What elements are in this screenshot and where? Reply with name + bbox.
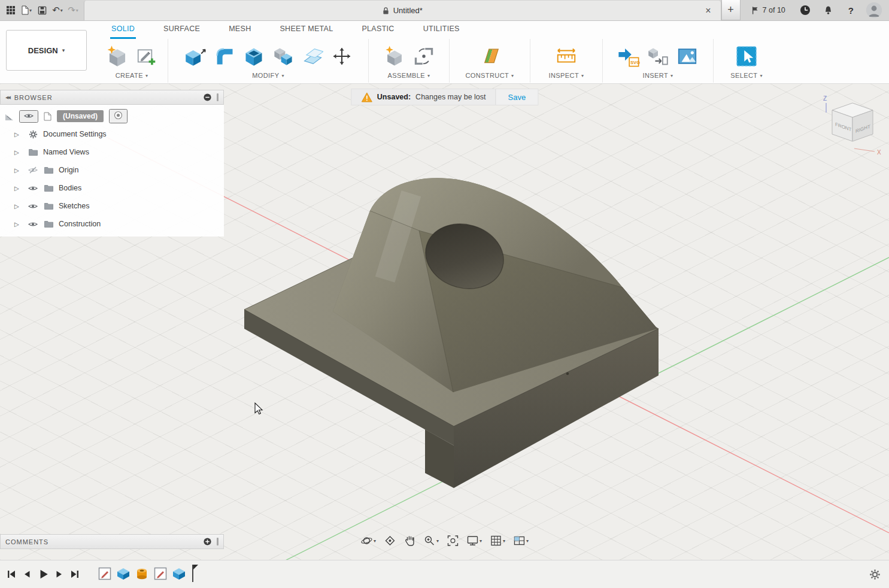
measure-button[interactable] — [553, 43, 579, 70]
grid-settings-button[interactable]: ▾ — [489, 534, 506, 548]
view-cube[interactable]: Z FRONT RIGHT X — [820, 92, 885, 165]
caret-down-icon: ▾ — [62, 47, 65, 53]
modify-menu-button[interactable]: MODIFY▾ — [250, 71, 287, 80]
save-button[interactable] — [35, 2, 49, 18]
construct-menu-button[interactable]: CONSTRUCT▾ — [463, 71, 516, 80]
look-at-button[interactable] — [383, 534, 397, 548]
play-button[interactable] — [36, 567, 50, 581]
extension-manager-button[interactable] — [798, 2, 812, 18]
orbit-button[interactable]: ▾ — [359, 534, 377, 548]
construction-plane-button[interactable] — [477, 43, 503, 70]
pan-button[interactable] — [402, 534, 417, 548]
group-select: SELECT▾ — [713, 39, 779, 83]
offset-face-button[interactable] — [299, 43, 326, 70]
visibility-toggle[interactable] — [28, 221, 38, 228]
disclosure-icon[interactable]: ▷ — [14, 221, 23, 228]
document-tab[interactable]: Untitled* × — [84, 1, 721, 20]
timeline-feature-sketch2[interactable] — [153, 566, 168, 581]
derive-button[interactable] — [645, 43, 671, 70]
job-status-button[interactable]: 7 of 10 — [748, 5, 789, 16]
timeline-feature-sketch1[interactable] — [97, 566, 113, 581]
fit-button[interactable] — [445, 534, 460, 548]
save-link-button[interactable]: Save — [496, 89, 538, 105]
zoom-button[interactable]: ▾ — [422, 534, 440, 548]
browser-root-row[interactable]: (Unsaved) — [0, 107, 224, 125]
browser-item-sketches[interactable]: ▷ Sketches — [0, 197, 224, 215]
activate-component-radio[interactable] — [109, 109, 128, 123]
timeline-playback-controls — [0, 567, 86, 581]
skip-to-end-button[interactable] — [68, 568, 81, 581]
new-component-button[interactable] — [381, 43, 408, 70]
browser-item-document-settings[interactable]: ▷ Document Settings — [0, 125, 224, 143]
caret-down-icon: ▾ — [581, 73, 584, 78]
timeline-feature-extrude1[interactable] — [116, 566, 131, 581]
disclosure-icon[interactable]: ▷ — [14, 149, 23, 156]
skip-to-start-button[interactable] — [5, 568, 18, 581]
timeline-feature-extrude2[interactable] — [171, 566, 187, 581]
comments-expand-button[interactable] — [203, 537, 212, 546]
shell-button[interactable] — [241, 43, 267, 70]
tab-solid[interactable]: SOLID — [97, 21, 149, 39]
panel-resize-handle[interactable] — [217, 538, 219, 545]
insert-menu-button[interactable]: INSERT▾ — [641, 71, 676, 80]
user-avatar[interactable] — [866, 2, 882, 18]
combine-button[interactable] — [270, 43, 296, 70]
tab-surface[interactable]: SURFACE — [149, 21, 214, 39]
timeline-bar — [0, 560, 889, 588]
browser-item-construction[interactable]: ▷ Construction — [0, 215, 224, 233]
browser-item-named-views[interactable]: ▷ Named Views — [0, 143, 224, 161]
disclosure-icon[interactable]: ▷ — [14, 131, 23, 138]
press-pull-button[interactable] — [182, 43, 208, 70]
timeline-position-marker[interactable] — [190, 563, 199, 584]
assemble-menu-button[interactable]: ASSEMBLE▾ — [386, 71, 433, 80]
visibility-toggle[interactable] — [28, 203, 38, 210]
timeline-feature-hole[interactable] — [134, 566, 150, 581]
viewports-button[interactable]: ▾ — [512, 534, 530, 548]
collapse-browser-button[interactable]: ◀◀ — [5, 95, 10, 100]
redo-button[interactable]: ↷ ▾ — [66, 2, 80, 18]
root-visibility-toggle[interactable] — [19, 110, 38, 123]
move-copy-button[interactable] — [329, 43, 355, 70]
new-body-button[interactable] — [104, 43, 131, 70]
new-document-tab-button[interactable]: + — [721, 0, 741, 20]
insert-svg-icon: SVG — [617, 45, 640, 68]
display-settings-button[interactable]: ▾ — [465, 534, 483, 548]
tab-utilities[interactable]: UTILITIES — [409, 21, 474, 39]
insert-svg-button[interactable]: SVG — [615, 43, 642, 70]
step-forward-button[interactable] — [53, 568, 66, 581]
undo-button[interactable]: ↶ ▾ — [50, 2, 65, 18]
app-grid-button[interactable] — [4, 2, 18, 18]
viewport[interactable]: Unsaved: Changes may be lost Save ◀◀ BRO… — [0, 84, 889, 560]
workspace-switcher-button[interactable]: DESIGN ▾ — [6, 30, 87, 71]
file-menu-button[interactable]: ▾ — [19, 2, 34, 18]
browser-item-label: Document Settings — [43, 130, 107, 138]
tab-sheet-metal[interactable]: SHEET METAL — [265, 21, 347, 39]
close-document-button[interactable]: × — [702, 1, 714, 20]
disclosure-icon[interactable]: ▷ — [14, 167, 23, 174]
joint-button[interactable] — [411, 43, 437, 70]
visibility-toggle[interactable] — [28, 185, 38, 192]
browser-title: BROWSER — [14, 94, 198, 101]
browser-minimize-button[interactable] — [203, 93, 212, 102]
create-sketch-button[interactable] — [133, 43, 160, 70]
select-button[interactable] — [733, 43, 760, 70]
canvas-button[interactable] — [674, 43, 700, 70]
panel-resize-handle[interactable] — [217, 93, 219, 101]
timeline-settings-button[interactable] — [861, 569, 889, 580]
disclosure-icon[interactable]: ▷ — [14, 203, 23, 210]
notifications-button[interactable] — [821, 2, 836, 18]
disclosure-icon[interactable]: ▷ — [14, 185, 23, 192]
inspect-menu-button[interactable]: INSPECT▾ — [547, 71, 587, 80]
select-menu-button[interactable]: SELECT▾ — [728, 71, 765, 80]
browser-item-bodies[interactable]: ▷ Bodies — [0, 179, 224, 197]
tab-mesh[interactable]: MESH — [214, 21, 265, 39]
tab-plastic[interactable]: PLASTIC — [347, 21, 408, 39]
browser-item-origin[interactable]: ▷ Origin — [0, 161, 224, 179]
visibility-toggle[interactable] — [28, 166, 38, 174]
step-backward-button[interactable] — [20, 568, 34, 581]
fillet-button[interactable] — [211, 43, 238, 70]
create-menu-button[interactable]: CREATE▾ — [113, 71, 151, 80]
root-document-label[interactable]: (Unsaved) — [57, 110, 104, 122]
help-button[interactable]: ? — [845, 5, 857, 16]
measure-icon — [555, 45, 578, 68]
